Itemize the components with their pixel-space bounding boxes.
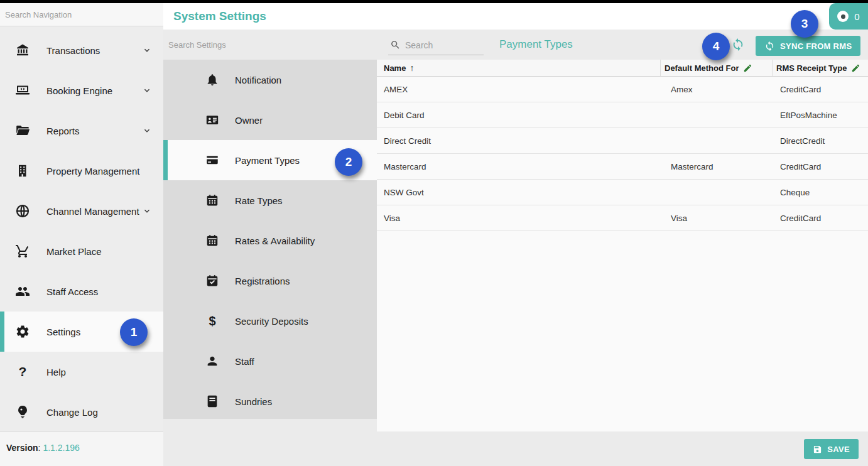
sort-asc-icon: ↑ — [410, 63, 414, 73]
chevron-down-icon — [142, 45, 152, 55]
top-strip — [0, 0, 868, 3]
table-body: AMEX Amex CreditCard Debit Card EftPosMa… — [377, 77, 868, 231]
calendar-icon — [205, 193, 219, 207]
settings-item-registrations[interactable]: Registrations — [163, 261, 377, 301]
settings-panel: Notification Owner Payment Types Rate Ty… — [163, 60, 377, 419]
sidebar-item-channel-management[interactable]: Channel Management — [0, 191, 163, 231]
page-title: System Settings — [173, 9, 266, 23]
column-header-name[interactable]: Name ↑ — [377, 60, 660, 76]
sync-button-label: SYNC FROM RMS — [780, 41, 852, 51]
table-row[interactable]: AMEX Amex CreditCard — [377, 77, 868, 102]
search-icon — [390, 40, 401, 50]
section-title: Payment Types — [499, 30, 573, 60]
table-row[interactable]: Mastercard Mastercard CreditCard — [377, 154, 868, 180]
table-row[interactable]: Visa Visa CreditCard — [377, 205, 868, 231]
calendar-check-icon — [205, 274, 219, 288]
folder-icon — [15, 123, 30, 138]
table-row[interactable]: NSW Govt Cheque — [377, 180, 868, 205]
column-header-rms-receipt-type: RMS Receipt Type — [772, 60, 868, 76]
cell-rms-receipt-type: CreditCard — [772, 162, 868, 171]
version-value: 1.1.2.196 — [43, 443, 79, 453]
payment-types-table: Name ↑ Default Method For RMS Receipt Ty… — [377, 60, 868, 431]
settings-item-staff[interactable]: Staff — [163, 341, 377, 381]
save-button[interactable]: SAVE — [804, 439, 859, 459]
table-search-input[interactable] — [405, 40, 474, 50]
cell-default-method-for: Mastercard — [660, 162, 772, 171]
table-row[interactable]: Direct Credit DirectCredit — [377, 128, 868, 154]
person-icon — [205, 354, 219, 368]
settings-item-notification[interactable]: Notification — [163, 60, 377, 100]
book-icon — [205, 394, 219, 408]
credit-card-icon — [205, 153, 219, 167]
question-icon: ? — [15, 364, 30, 379]
sidebar-item-booking-engine[interactable]: Booking Engine — [0, 70, 163, 111]
version-bar: Version: 1.1.2.196 — [0, 431, 163, 466]
chevron-down-icon — [142, 85, 152, 95]
sync-icon — [764, 41, 775, 51]
sidebar: Transactions Booking Engine Reports Prop… — [0, 3, 163, 466]
annotation-badge-1: 1 — [120, 318, 148, 346]
cell-name: NSW Govt — [377, 188, 660, 197]
bell-icon — [205, 73, 219, 87]
page-header: System Settings — [163, 3, 868, 30]
annotation-badge-2: 2 — [335, 148, 362, 176]
dollar-icon: $ — [205, 314, 219, 328]
toolbar: Payment Types SYNC FROM RMS — [163, 30, 868, 60]
cell-name: Visa — [377, 214, 660, 223]
sidebar-item-market-place[interactable]: Market Place — [0, 231, 163, 271]
building-icon — [15, 163, 30, 178]
cell-default-method-for: Amex — [660, 85, 772, 94]
gear-icon — [15, 324, 30, 339]
cell-rms-receipt-type: CreditCard — [772, 214, 868, 223]
cell-rms-receipt-type: DirectCredit — [772, 136, 868, 146]
version-label: Version — [6, 443, 38, 453]
table-header: Name ↑ Default Method For RMS Receipt Ty… — [377, 60, 868, 77]
settings-item-sundries[interactable]: Sundries — [163, 381, 377, 421]
globe-icon — [15, 203, 30, 219]
save-icon — [813, 445, 822, 454]
sidebar-item-help[interactable]: ? Help — [0, 352, 163, 392]
sync-from-rms-button[interactable]: SYNC FROM RMS — [756, 36, 860, 56]
cell-name: Direct Credit — [377, 136, 660, 146]
table-row[interactable]: Debit Card EftPosMachine — [377, 102, 868, 128]
table-search[interactable] — [388, 35, 484, 55]
sidebar-nav: Transactions Booking Engine Reports Prop… — [0, 26, 163, 432]
settings-item-rate-types[interactable]: Rate Types — [163, 180, 377, 220]
column-header-default-method-for: Default Method For — [660, 60, 772, 76]
sidebar-item-reports[interactable]: Reports — [0, 111, 163, 151]
chevron-down-icon — [142, 126, 152, 136]
sidebar-search-input[interactable] — [5, 10, 158, 19]
annotation-badge-4: 4 — [702, 33, 730, 60]
sidebar-search[interactable] — [0, 3, 163, 26]
bank-icon — [15, 43, 30, 58]
people-icon — [15, 284, 30, 299]
cell-name: Mastercard — [377, 162, 660, 171]
settings-item-rates-availability[interactable]: Rates & Availability — [163, 220, 377, 261]
cell-default-method-for: Visa — [660, 214, 772, 223]
cell-rms-receipt-type: CreditCard — [772, 85, 868, 94]
save-button-label: SAVE — [827, 445, 850, 454]
sidebar-item-property-management[interactable]: Property Management — [0, 151, 163, 191]
circle-dot-icon — [837, 11, 849, 22]
edit-icon[interactable] — [743, 63, 752, 73]
chevron-down-icon — [142, 206, 152, 216]
sidebar-item-transactions[interactable]: Transactions — [0, 30, 163, 70]
cell-rms-receipt-type: EftPosMachine — [772, 111, 868, 120]
bulb-icon — [15, 404, 30, 420]
settings-item-security-deposits[interactable]: $ Security Deposits — [163, 301, 377, 341]
edit-icon[interactable] — [851, 63, 860, 73]
sidebar-item-change-log[interactable]: Change Log — [0, 392, 163, 432]
sidebar-item-staff-access[interactable]: Staff Access — [0, 271, 163, 312]
laptop-icon — [15, 83, 30, 98]
refresh-icon[interactable] — [731, 38, 745, 51]
notifications-button[interactable]: 0 — [829, 3, 868, 30]
cell-rms-receipt-type: Cheque — [772, 188, 868, 197]
cell-name: AMEX — [377, 85, 660, 94]
settings-search[interactable] — [168, 30, 357, 60]
contact-card-icon — [205, 113, 219, 127]
settings-item-owner[interactable]: Owner — [163, 100, 377, 140]
calendar-icon — [205, 234, 219, 247]
annotation-badge-3: 3 — [791, 10, 818, 38]
settings-search-input[interactable] — [168, 40, 357, 50]
cell-name: Debit Card — [377, 111, 660, 120]
